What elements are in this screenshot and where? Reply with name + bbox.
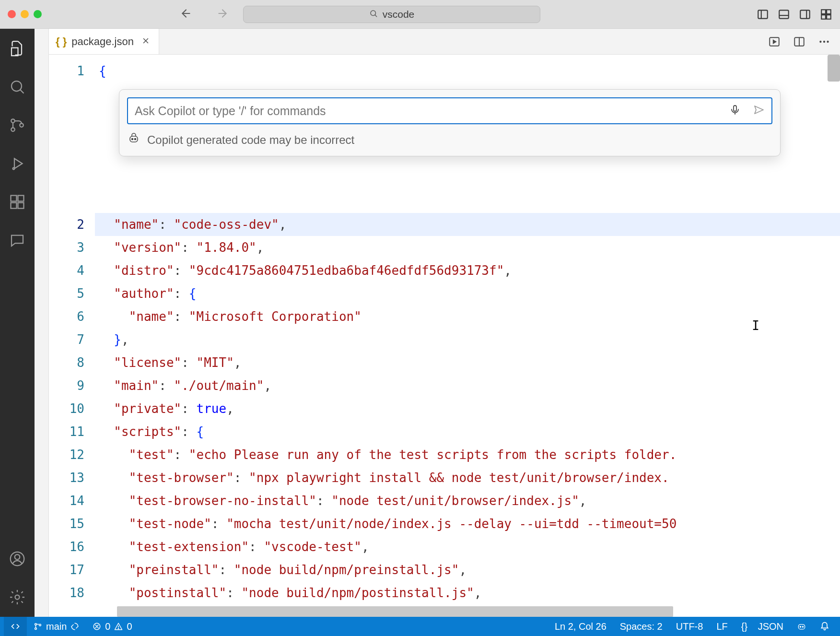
- activity-extensions[interactable]: [7, 192, 27, 212]
- activity-explorer[interactable]: [7, 38, 27, 59]
- svg-point-11: [20, 123, 23, 127]
- warnings-count: 0: [127, 621, 132, 632]
- copilot-disclaimer: Copilot generated code may be incorrect: [127, 124, 772, 149]
- line-number-gutter: 123456789101112131415161718: [49, 55, 95, 617]
- copilot-disclaimer-text: Copilot generated code may be incorrect: [147, 133, 354, 147]
- mic-icon[interactable]: [729, 104, 741, 118]
- run-json-button[interactable]: [768, 35, 781, 48]
- svg-rect-5: [827, 10, 831, 14]
- svg-rect-15: [18, 203, 24, 209]
- horizontal-scrollbar[interactable]: [117, 606, 673, 617]
- activity-search[interactable]: [7, 77, 27, 97]
- svg-point-33: [118, 628, 119, 629]
- minimap[interactable]: [828, 55, 840, 82]
- editor-group: { } package.json 12345678910111213141516…: [49, 29, 840, 617]
- encoding-button[interactable]: UTF-8: [669, 617, 710, 636]
- remote-button[interactable]: [4, 617, 27, 636]
- svg-point-30: [35, 628, 37, 630]
- branch-button[interactable]: main: [27, 617, 86, 636]
- eol-button[interactable]: LF: [710, 617, 734, 636]
- send-icon[interactable]: [753, 104, 765, 118]
- svg-rect-7: [827, 15, 831, 19]
- customize-layout-button[interactable]: [820, 8, 832, 21]
- text-caret-icon: I: [752, 318, 759, 333]
- svg-rect-16: [18, 196, 24, 201]
- svg-rect-1: [758, 10, 768, 18]
- braces-icon: { }: [56, 35, 67, 48]
- layout-controls: [757, 8, 832, 21]
- copilot-input-row: [127, 97, 772, 124]
- cursor-position[interactable]: Ln 2, Col 26: [548, 617, 613, 636]
- problems-button[interactable]: 0 0: [86, 617, 139, 636]
- svg-point-29: [35, 624, 37, 625]
- tab-label: package.json: [71, 35, 134, 48]
- code-editor[interactable]: 123456789101112131415161718 { "name": "c…: [49, 55, 840, 617]
- indentation-button[interactable]: Spaces: 2: [613, 617, 669, 636]
- copilot-status-button[interactable]: [790, 617, 813, 636]
- svg-point-28: [135, 139, 136, 140]
- toggle-panel-button[interactable]: [778, 8, 790, 21]
- svg-point-35: [800, 626, 801, 627]
- activity-bar: [0, 29, 35, 617]
- main-area: { } package.json 12345678910111213141516…: [0, 29, 840, 617]
- copilot-inline-chat: Copilot generated code may be incorrect: [119, 89, 781, 156]
- activity-settings[interactable]: [7, 587, 27, 607]
- svg-rect-26: [130, 136, 138, 142]
- maximize-window-button[interactable]: [34, 10, 42, 18]
- svg-point-24: [827, 40, 828, 42]
- sidebar-collapsed[interactable]: [35, 29, 49, 617]
- tab-package-json[interactable]: { } package.json: [49, 29, 159, 54]
- traffic-lights: [8, 10, 42, 18]
- svg-point-23: [823, 40, 825, 42]
- command-center-label: vscode: [383, 9, 415, 20]
- tab-close-button[interactable]: [141, 35, 150, 48]
- activity-accounts[interactable]: [7, 549, 27, 569]
- nav-back-button[interactable]: [180, 7, 192, 22]
- toggle-secondary-sidebar-button[interactable]: [799, 8, 811, 21]
- svg-point-18: [15, 554, 20, 560]
- svg-rect-34: [798, 624, 805, 629]
- editor-tabs: { } package.json: [49, 29, 840, 55]
- command-center[interactable]: vscode: [243, 6, 540, 23]
- nav-arrows: [180, 7, 229, 22]
- copilot-icon: [128, 133, 140, 147]
- svg-rect-3: [800, 10, 810, 18]
- language-icon: {}: [741, 621, 747, 632]
- minimize-window-button[interactable]: [21, 10, 29, 18]
- svg-rect-25: [734, 106, 736, 111]
- toggle-primary-sidebar-button[interactable]: [757, 8, 769, 21]
- svg-point-27: [132, 139, 133, 140]
- search-icon: [369, 9, 378, 20]
- svg-point-8: [12, 81, 22, 91]
- svg-point-10: [11, 128, 15, 131]
- split-editor-button[interactable]: [793, 35, 805, 48]
- activity-run[interactable]: [7, 153, 27, 174]
- close-window-button[interactable]: [8, 10, 16, 18]
- svg-point-9: [11, 119, 15, 123]
- nav-forward-button[interactable]: [216, 7, 229, 22]
- copilot-input[interactable]: [135, 104, 729, 118]
- svg-rect-13: [11, 196, 17, 201]
- svg-point-19: [15, 595, 20, 600]
- title-bar: vscode: [0, 0, 840, 29]
- svg-rect-2: [779, 10, 789, 18]
- language-mode-button[interactable]: {} JSON: [735, 617, 790, 636]
- svg-rect-4: [821, 10, 826, 14]
- more-actions-button[interactable]: [818, 35, 830, 48]
- svg-rect-6: [821, 15, 826, 19]
- svg-point-12: [13, 168, 15, 170]
- svg-point-22: [819, 40, 821, 42]
- svg-point-31: [39, 624, 41, 626]
- activity-chat[interactable]: [7, 230, 27, 250]
- svg-point-36: [802, 626, 803, 627]
- notifications-button[interactable]: [813, 617, 836, 636]
- errors-count: 0: [105, 621, 110, 632]
- activity-scm[interactable]: [7, 115, 27, 135]
- branch-name: main: [46, 621, 67, 632]
- svg-rect-14: [11, 203, 17, 209]
- editor-actions: [768, 29, 840, 54]
- status-bar: main 0 0 Ln 2, Col 26 Spaces: 2 UTF-8 LF…: [0, 617, 840, 636]
